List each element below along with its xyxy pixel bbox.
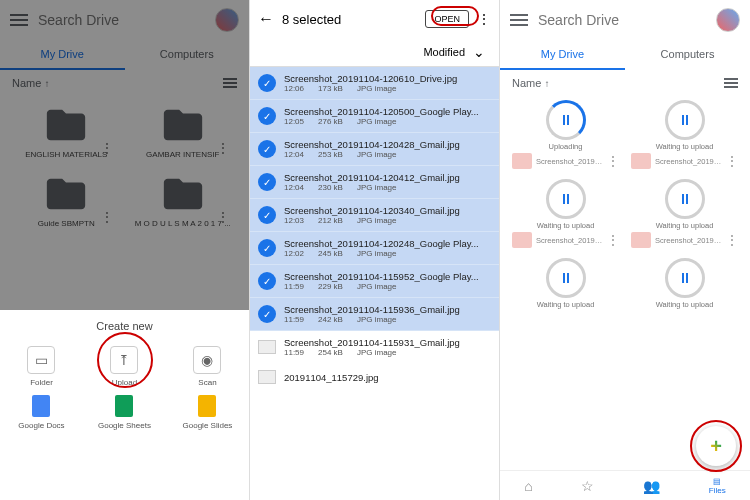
more-icon[interactable]: ⋮ (726, 233, 738, 247)
progress-ring (665, 179, 705, 219)
check-icon[interactable]: ✓ (258, 305, 276, 323)
scan-button[interactable]: ◉Scan (166, 342, 249, 391)
more-icon: ⋮ (101, 141, 113, 155)
thumbnail (512, 232, 532, 248)
slides-icon (198, 395, 216, 417)
upload-item[interactable]: Waiting to upload (625, 254, 744, 313)
more-icon[interactable]: ⋮ (477, 11, 491, 27)
upload-item[interactable]: Waiting to upload Screenshot_20191104-1.… (506, 175, 625, 254)
tab-my-drive[interactable]: My Drive (500, 40, 625, 70)
create-docs-button[interactable]: Google Docs (0, 391, 83, 434)
search-input[interactable]: Search Drive (38, 12, 205, 28)
progress-ring (665, 258, 705, 298)
check-icon[interactable]: ✓ (258, 173, 276, 191)
upload-icon: ⤒ (110, 346, 138, 374)
progress-ring (546, 258, 586, 298)
upload-item[interactable]: Waiting to upload (506, 254, 625, 313)
check-icon[interactable]: ✓ (258, 107, 276, 125)
create-folder-button[interactable]: ▭Folder (0, 342, 83, 391)
nav-home-icon[interactable]: ⌂ (524, 478, 532, 494)
check-icon[interactable]: ✓ (258, 74, 276, 92)
camera-icon: ◉ (193, 346, 221, 374)
nav-files-button[interactable]: ▤Files (709, 477, 726, 495)
upload-item[interactable]: Waiting to upload Screenshot_20191104-1.… (625, 96, 744, 175)
tab-my-drive[interactable]: My Drive (0, 40, 125, 70)
progress-ring (546, 100, 586, 140)
upload-grid: Uploading Screenshot_20191104-1...⋮ Wait… (500, 96, 750, 313)
search-bar[interactable]: Search Drive (500, 0, 750, 40)
check-icon[interactable]: ✓ (258, 140, 276, 158)
sort-label[interactable]: Name ↑ (12, 77, 49, 89)
docs-icon (32, 395, 50, 417)
search-bar[interactable]: Search Drive (0, 0, 249, 40)
folder-item[interactable]: ENGLISH MATERIALS⋮ (8, 96, 125, 165)
thumbnail (258, 370, 276, 384)
file-row[interactable]: ✓ Screenshot_20191104-120500_Google Play… (250, 100, 499, 133)
progress-ring (546, 179, 586, 219)
create-slides-button[interactable]: Google Slides (166, 391, 249, 434)
upload-item[interactable]: Waiting to upload Screenshot_20191104-1.… (625, 175, 744, 254)
chevron-down-icon[interactable]: ⌄ (473, 44, 485, 60)
progress-ring (665, 100, 705, 140)
thumbnail (631, 232, 651, 248)
upload-item[interactable]: Uploading Screenshot_20191104-1...⋮ (506, 96, 625, 175)
folder-item[interactable]: GAMBAR INTENSIF⋮ (125, 96, 242, 165)
view-toggle-icon[interactable] (223, 76, 237, 90)
file-row[interactable]: ✓ Screenshot_20191104-120610_Drive.jpg 1… (250, 67, 499, 100)
fab-create-button[interactable]: + (696, 426, 736, 466)
nav-shared-icon[interactable]: 👥 (643, 478, 660, 494)
view-toggle-icon[interactable] (724, 76, 738, 90)
nav-starred-icon[interactable]: ☆ (581, 478, 594, 494)
file-row[interactable]: 20191104_115729.jpg (250, 364, 499, 391)
check-icon[interactable]: ✓ (258, 272, 276, 290)
menu-icon[interactable] (10, 14, 28, 26)
thumbnail (631, 153, 651, 169)
thumbnail (258, 340, 276, 354)
folder-icon: ▭ (27, 346, 55, 374)
open-button[interactable]: OPEN (425, 10, 469, 28)
file-row[interactable]: ✓ Screenshot_20191104-120248_Google Play… (250, 232, 499, 265)
more-icon: ⋮ (217, 141, 229, 155)
sheets-icon (115, 395, 133, 417)
avatar[interactable] (215, 8, 239, 32)
create-sheets-button[interactable]: Google Sheets (83, 391, 166, 434)
more-icon[interactable]: ⋮ (607, 233, 619, 247)
sort-label[interactable]: Name ↑ (512, 77, 549, 89)
folder-item[interactable]: M O D U L S M A 2 0 1 7 ...⋮ (125, 165, 242, 234)
file-row[interactable]: Screenshot_20191104-115931_Gmail.jpg 11:… (250, 331, 499, 364)
file-row[interactable]: ✓ Screenshot_20191104-120340_Gmail.jpg 1… (250, 199, 499, 232)
back-icon[interactable]: ← (258, 10, 274, 28)
selection-count: 8 selected (282, 12, 417, 27)
tab-computers[interactable]: Computers (125, 40, 250, 70)
file-row[interactable]: ✓ Screenshot_20191104-115936_Gmail.jpg 1… (250, 298, 499, 331)
file-row[interactable]: ✓ Screenshot_20191104-120428_Gmail.jpg 1… (250, 133, 499, 166)
thumbnail (512, 153, 532, 169)
file-list: ✓ Screenshot_20191104-120610_Drive.jpg 1… (250, 67, 499, 331)
plus-icon: + (710, 435, 722, 458)
bottom-nav: ⌂ ☆ 👥 ▤Files (500, 470, 750, 500)
sheet-title: Create new (0, 320, 249, 332)
more-icon: ⋮ (101, 210, 113, 224)
sort-label[interactable]: Modified (423, 46, 465, 58)
file-row[interactable]: ✓ Screenshot_20191104-120412_Gmail.jpg 1… (250, 166, 499, 199)
file-row[interactable]: ✓ Screenshot_20191104-115952_Google Play… (250, 265, 499, 298)
search-input[interactable]: Search Drive (538, 12, 706, 28)
more-icon[interactable]: ⋮ (726, 154, 738, 168)
avatar[interactable] (716, 8, 740, 32)
check-icon[interactable]: ✓ (258, 206, 276, 224)
folder-grid: ENGLISH MATERIALS⋮ GAMBAR INTENSIF⋮ Guid… (0, 96, 249, 234)
tab-computers[interactable]: Computers (625, 40, 750, 70)
menu-icon[interactable] (510, 14, 528, 26)
upload-button[interactable]: ⤒Upload (83, 342, 166, 391)
more-icon[interactable]: ⋮ (607, 154, 619, 168)
create-new-sheet: Create new ▭Folder ⤒Upload ◉Scan Google … (0, 310, 249, 500)
folder-item[interactable]: Guide SBMPTN⋮ (8, 165, 125, 234)
more-icon: ⋮ (217, 210, 229, 224)
check-icon[interactable]: ✓ (258, 239, 276, 257)
